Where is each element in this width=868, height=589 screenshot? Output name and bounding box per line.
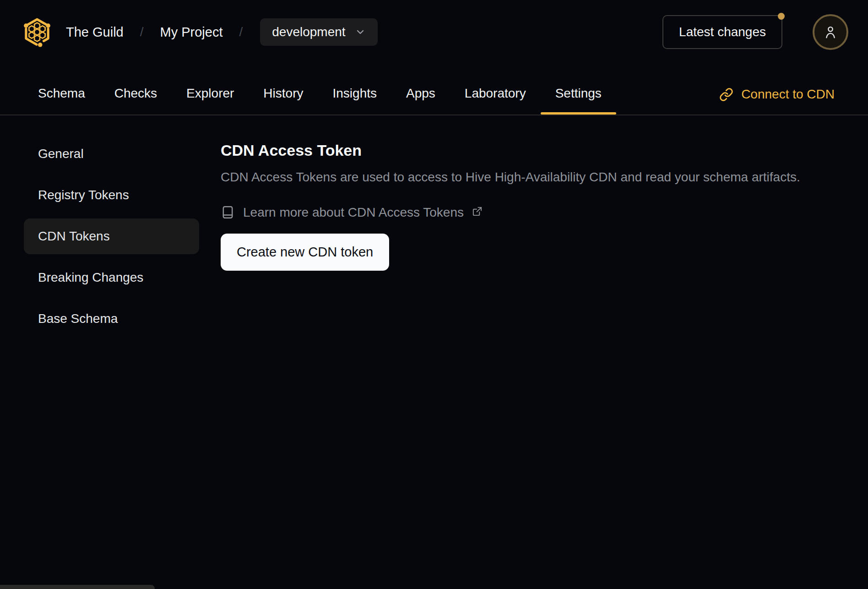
- bottom-left-partial-element: [0, 585, 155, 589]
- settings-sidebar: General Registry Tokens CDN Tokens Break…: [24, 136, 199, 342]
- chevron-down-icon: [355, 27, 366, 38]
- page-description: CDN Access Tokens are used to access to …: [221, 169, 848, 185]
- target-selector-value: development: [272, 25, 345, 39]
- sidebar-item-base-schema[interactable]: Base Schema: [24, 301, 199, 337]
- user-icon: [823, 24, 838, 40]
- book-icon: [221, 205, 235, 220]
- app-root: The Guild / My Project / development Lat…: [0, 0, 868, 342]
- breadcrumb-project-link[interactable]: My Project: [160, 25, 223, 40]
- sidebar-item-breaking-changes[interactable]: Breaking Changes: [24, 260, 199, 295]
- learn-more-link[interactable]: Learn more about CDN Access Tokens: [221, 205, 483, 220]
- page-title: CDN Access Token: [221, 141, 848, 160]
- connect-to-cdn-link[interactable]: Connect to CDN: [719, 87, 835, 115]
- header: The Guild / My Project / development Lat…: [0, 0, 868, 64]
- link-icon: [719, 87, 733, 102]
- user-menu-button[interactable]: [813, 14, 848, 50]
- breadcrumb: The Guild / My Project / development: [66, 18, 378, 46]
- target-selector-dropdown[interactable]: development: [260, 18, 377, 46]
- tab-apps[interactable]: Apps: [391, 86, 450, 115]
- breadcrumb-separator: /: [140, 25, 144, 39]
- external-link-icon: [472, 206, 483, 217]
- breadcrumb-org-link[interactable]: The Guild: [66, 25, 124, 40]
- header-actions: Latest changes: [662, 14, 848, 50]
- settings-content: General Registry Tokens CDN Tokens Break…: [0, 115, 868, 342]
- tab-settings[interactable]: Settings: [541, 86, 616, 115]
- tab-history[interactable]: History: [249, 86, 318, 115]
- tab-bar: Schema Checks Explorer History Insights …: [0, 64, 868, 115]
- tab-schema[interactable]: Schema: [23, 86, 100, 115]
- tab-explorer[interactable]: Explorer: [172, 86, 249, 115]
- hive-logo-icon[interactable]: [22, 17, 52, 47]
- latest-changes-label: Latest changes: [679, 25, 766, 39]
- notification-dot: [778, 13, 785, 20]
- sidebar-item-cdn-tokens[interactable]: CDN Tokens: [24, 218, 199, 254]
- connect-to-cdn-label: Connect to CDN: [741, 87, 835, 102]
- sidebar-item-general[interactable]: General: [24, 136, 199, 172]
- tab-laboratory[interactable]: Laboratory: [450, 86, 541, 115]
- tab-insights[interactable]: Insights: [318, 86, 391, 115]
- latest-changes-button[interactable]: Latest changes: [662, 15, 782, 49]
- create-cdn-token-button[interactable]: Create new CDN token: [221, 234, 389, 271]
- main-content: CDN Access Token CDN Access Tokens are u…: [221, 136, 848, 271]
- breadcrumb-separator: /: [239, 25, 243, 39]
- tab-checks[interactable]: Checks: [100, 86, 172, 115]
- learn-more-label: Learn more about CDN Access Tokens: [243, 205, 464, 220]
- sidebar-item-registry-tokens[interactable]: Registry Tokens: [24, 177, 199, 213]
